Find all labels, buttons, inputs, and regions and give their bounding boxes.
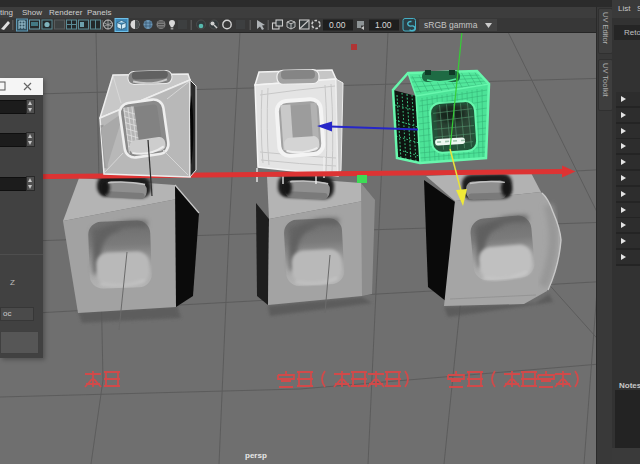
- svg-text:persp: persp: [245, 451, 267, 460]
- svg-text:sRGB gamma: sRGB gamma: [424, 20, 478, 30]
- svg-text:1.00: 1.00: [375, 20, 392, 30]
- svg-text:0.00: 0.00: [329, 20, 346, 30]
